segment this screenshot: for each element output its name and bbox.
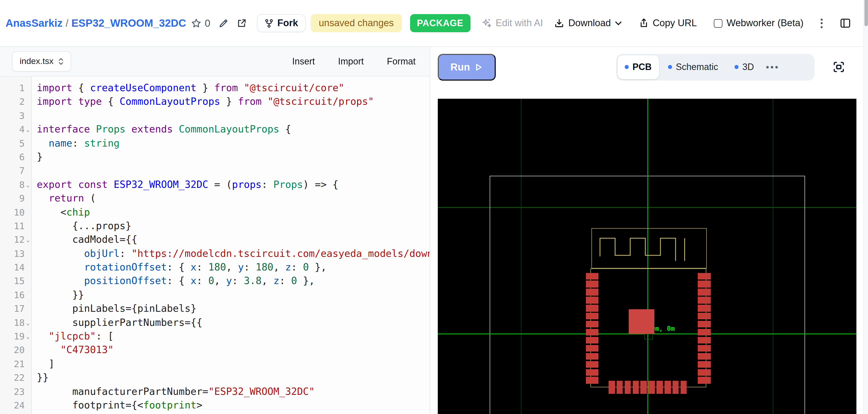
fold-gutter-spacer bbox=[25, 109, 31, 123]
page-scrollbar-track[interactable] bbox=[863, 0, 868, 414]
line-number: 7 bbox=[0, 164, 25, 178]
tabs-more-ellipsis-icon[interactable] bbox=[766, 66, 778, 68]
edit-with-ai-label: Edit with AI bbox=[496, 18, 543, 29]
fold-gutter-spacer bbox=[25, 247, 31, 260]
fold-gutter-spacer bbox=[25, 385, 31, 399]
smt-pad-right[interactable] bbox=[698, 297, 711, 304]
more-options-kebab-icon[interactable] bbox=[820, 19, 823, 28]
smt-pad-bottom[interactable] bbox=[609, 381, 615, 394]
smt-pad-right[interactable] bbox=[698, 369, 711, 376]
smt-pad-right[interactable] bbox=[698, 329, 711, 336]
smt-pad-left[interactable] bbox=[586, 273, 598, 280]
breadcrumb-repo-link[interactable]: ESP32_WROOM_32DC bbox=[71, 17, 186, 29]
smt-pad-left[interactable] bbox=[586, 369, 598, 376]
code-line: 17 pinLabels={pinLabels} bbox=[0, 302, 430, 316]
pcb-canvas[interactable]: 0m, 0m bbox=[437, 99, 856, 414]
smt-pad-left[interactable] bbox=[586, 281, 598, 288]
menu-insert[interactable]: Insert bbox=[292, 56, 315, 67]
fold-chevron-icon[interactable]: ⌄ bbox=[25, 329, 31, 343]
page-scrollbar-thumb[interactable] bbox=[865, 0, 868, 26]
download-icon bbox=[554, 18, 564, 28]
smt-pad-right[interactable] bbox=[698, 321, 711, 328]
edit-title-pencil-icon[interactable] bbox=[218, 18, 228, 28]
smt-pad-right[interactable] bbox=[698, 345, 711, 352]
smt-pad-bottom[interactable] bbox=[673, 381, 679, 394]
smt-pad-right[interactable] bbox=[698, 281, 711, 288]
open-in-new-icon[interactable] bbox=[237, 18, 247, 28]
smt-pad-left[interactable] bbox=[586, 305, 598, 312]
download-button[interactable]: Download bbox=[554, 18, 621, 29]
smt-pad-left[interactable] bbox=[586, 313, 598, 320]
smt-pad-left[interactable] bbox=[586, 321, 598, 328]
smt-pad-right[interactable] bbox=[698, 337, 711, 344]
smt-pad-right[interactable] bbox=[698, 353, 711, 360]
smt-pad-left[interactable] bbox=[586, 345, 598, 352]
line-number: 3 bbox=[0, 109, 25, 123]
smt-pad-right[interactable] bbox=[698, 305, 711, 312]
copy-url-button[interactable]: Copy URL bbox=[639, 18, 697, 29]
smt-pad-right[interactable] bbox=[698, 361, 711, 368]
file-name: index.tsx bbox=[20, 56, 53, 66]
panel-toggle-icon[interactable] bbox=[840, 18, 851, 29]
smt-pad-bottom[interactable] bbox=[664, 381, 671, 394]
webworker-toggle[interactable]: Webworker (Beta) bbox=[714, 18, 804, 29]
code-line: 13 objUrl: "https://modelcdn.tscircuit.c… bbox=[0, 247, 430, 260]
smt-pad-bottom[interactable] bbox=[624, 381, 631, 394]
preview-panel: Run PCBSchematic3D bbox=[430, 47, 864, 414]
menu-import[interactable]: Import bbox=[338, 56, 364, 67]
fold-chevron-icon[interactable]: ⌄ bbox=[25, 122, 31, 136]
fold-gutter-spacer bbox=[25, 205, 31, 219]
star-count: 0 bbox=[205, 18, 210, 29]
tab-label: Schematic bbox=[676, 62, 718, 72]
smt-pad-bottom[interactable] bbox=[617, 381, 623, 394]
smt-pad-right[interactable] bbox=[698, 313, 711, 320]
smt-pad-right[interactable] bbox=[698, 273, 711, 280]
code-text: } bbox=[31, 150, 43, 164]
smt-pad-left[interactable] bbox=[586, 377, 598, 384]
run-button[interactable]: Run bbox=[437, 54, 495, 80]
download-label: Download bbox=[568, 18, 611, 29]
line-number: 24 bbox=[0, 399, 25, 412]
fold-chevron-icon[interactable]: ⌄ bbox=[25, 316, 31, 329]
smt-pad-bottom[interactable] bbox=[649, 381, 655, 394]
fork-button[interactable]: Fork bbox=[257, 14, 306, 32]
webworker-label: Webworker (Beta) bbox=[726, 18, 804, 29]
code-line: 2import type { CommonLayoutProps } from … bbox=[0, 95, 430, 109]
line-number: 19 bbox=[0, 329, 25, 343]
smt-pad-bottom[interactable] bbox=[680, 381, 687, 394]
chevron-down-icon bbox=[615, 21, 621, 26]
smt-pad-bottom[interactable] bbox=[656, 381, 663, 394]
smt-pad-left[interactable] bbox=[586, 353, 598, 360]
star-icon[interactable] bbox=[191, 18, 202, 28]
fold-chevron-icon[interactable]: ⌄ bbox=[25, 233, 31, 247]
thermal-pad[interactable] bbox=[629, 309, 654, 334]
webworker-checkbox[interactable] bbox=[714, 19, 722, 27]
smt-pad-right[interactable] bbox=[698, 377, 711, 384]
smt-pad-right[interactable] bbox=[698, 289, 711, 296]
line-number: 25 bbox=[0, 412, 25, 414]
fold-chevron-icon[interactable]: ⌄ bbox=[25, 178, 31, 191]
edit-with-ai-button[interactable]: Edit with AI bbox=[482, 18, 543, 29]
code-editor[interactable]: 1import { createUseComponent } from "@ts… bbox=[0, 76, 430, 414]
breadcrumb-owner-link[interactable]: AnasSarkiz bbox=[5, 17, 62, 29]
code-text: cadModel={{ bbox=[31, 233, 137, 247]
fold-gutter-spacer bbox=[25, 164, 31, 178]
smt-pad-left[interactable] bbox=[586, 289, 598, 296]
file-selector[interactable]: index.tsx bbox=[12, 52, 71, 71]
smt-pad-left[interactable] bbox=[586, 361, 598, 368]
line-number: 21 bbox=[0, 357, 25, 371]
breadcrumb: AnasSarkiz/ESP32_WROOM_32DC bbox=[5, 17, 186, 29]
smt-pad-bottom[interactable] bbox=[641, 381, 647, 394]
smt-pad-left[interactable] bbox=[586, 329, 598, 336]
menu-format[interactable]: Format bbox=[387, 56, 415, 67]
tab-pcb[interactable]: PCB bbox=[617, 55, 659, 79]
smt-pad-left[interactable] bbox=[586, 337, 598, 344]
code-line: 10 <chip bbox=[0, 205, 430, 219]
fullscreen-icon[interactable] bbox=[833, 61, 845, 73]
smt-pad-bottom[interactable] bbox=[632, 381, 639, 394]
code-line: 22}} bbox=[0, 371, 430, 385]
tab-3d[interactable]: 3D bbox=[727, 55, 761, 79]
fold-gutter-spacer bbox=[25, 412, 31, 414]
tab-schematic[interactable]: Schematic bbox=[661, 55, 725, 79]
smt-pad-left[interactable] bbox=[586, 297, 598, 304]
